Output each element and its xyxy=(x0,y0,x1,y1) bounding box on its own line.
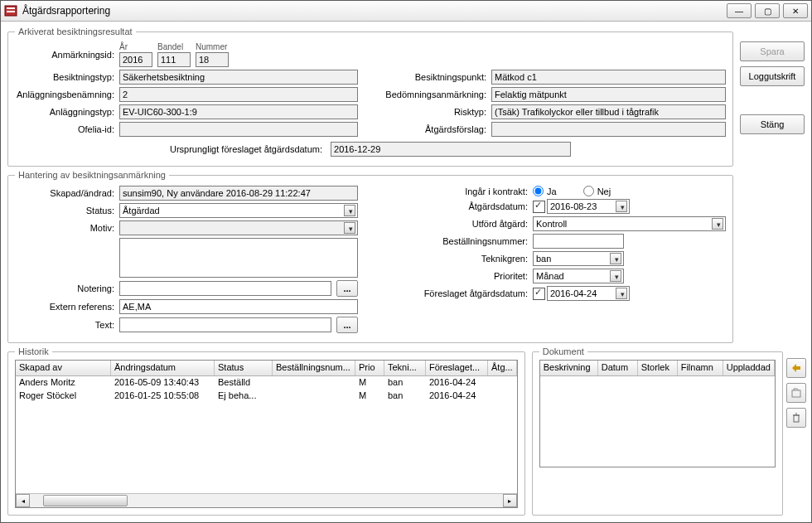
col-datum[interactable]: Datum xyxy=(598,361,638,375)
label-foreslaget-datum: Föreslaget åtgärdsdatum: xyxy=(383,288,528,298)
field-nummer: 18 xyxy=(196,52,229,67)
header-ar: År xyxy=(119,42,152,51)
maximize-button[interactable]: ▢ xyxy=(755,3,780,18)
table-row[interactable]: Anders Moritz 2016-05-09 13:40:43 Bestäl… xyxy=(16,376,517,390)
label-extern-referens: Extern referens: xyxy=(15,302,114,312)
field-besiktningstyp: Säkerhetsbesiktning xyxy=(119,70,358,85)
label-besiktningspunkt: Besiktningspunkt: xyxy=(383,72,486,82)
datepicker-atgardsdatum[interactable]: 2016-08-23 xyxy=(547,199,630,214)
legend-hantering: Hantering av besiktningsanmärkning xyxy=(15,170,169,180)
legend-arkiverat: Arkiverat besiktningsresultat xyxy=(15,27,136,36)
col-atgardat[interactable]: Åtg... xyxy=(488,361,517,375)
log-print-button[interactable]: Loggutskrift xyxy=(740,66,805,86)
col-foreslaget[interactable]: Föreslaget... xyxy=(426,361,488,375)
label-bestallningsnummer: Beställningsnummer: xyxy=(383,236,528,246)
label-atgardsforslag: Åtgärdsförslag: xyxy=(383,124,486,134)
field-atgardsforslag xyxy=(491,122,726,137)
legend-dokument: Dokument xyxy=(539,346,587,356)
checkbox-atgardsdatum[interactable] xyxy=(533,201,545,213)
textarea-motiv[interactable] xyxy=(119,238,358,278)
field-besiktningspunkt: Mätkod c1 xyxy=(491,70,726,85)
input-extern-referens[interactable]: AE,MA xyxy=(119,299,358,314)
label-ingar-kontrakt: Ingår i kontrakt: xyxy=(383,186,528,196)
label-status: Status: xyxy=(15,206,114,215)
field-anlaggningstyp: EV-UIC60-300-1:9 xyxy=(119,104,358,119)
input-bestallningsnummer[interactable] xyxy=(533,234,624,249)
group-historik: Historik Skapad av Ändringsdatum Status … xyxy=(7,346,525,516)
checkbox-foreslaget-datum[interactable] xyxy=(533,288,545,300)
field-anlaggningsbenamning: 2 xyxy=(119,87,358,102)
header-bandel: Bandel xyxy=(157,42,191,51)
col-filnamn[interactable]: Filnamn xyxy=(678,361,723,375)
input-text[interactable] xyxy=(119,317,331,332)
field-skapad-andrad: sunsim90, Ny användare 2016-08-29 11:22:… xyxy=(119,186,358,201)
label-utford-atgard: Utförd åtgärd: xyxy=(383,219,528,229)
svg-rect-1 xyxy=(7,7,15,9)
grid-dokument[interactable]: Beskrivning Datum Storlek Filnamn Upplad… xyxy=(539,360,776,467)
col-teknikgren[interactable]: Tekni... xyxy=(384,361,426,375)
field-bedomningsanmarkning: Felaktig mätpunkt xyxy=(491,87,726,102)
app-window: Åtgärdsrapportering ― ▢ ✕ Arkiverat besi… xyxy=(0,0,812,523)
save-button[interactable]: Spara xyxy=(740,41,805,61)
label-anlaggningstyp: Anläggningstyp: xyxy=(15,107,114,117)
col-uppladdad[interactable]: Uppladdad xyxy=(723,361,775,375)
col-beskrivning[interactable]: Beskrivning xyxy=(540,361,598,375)
label-notering: Notering: xyxy=(15,283,114,293)
window-title: Åtgärdsrapportering xyxy=(22,5,727,17)
field-ursprungligt-datum: 2016-12-29 xyxy=(331,142,571,157)
label-skapad-andrad: Skapad/ändrad: xyxy=(15,188,114,198)
col-prio[interactable]: Prio xyxy=(355,361,384,375)
button-text-dots[interactable]: ... xyxy=(336,317,358,333)
label-teknikgren: Teknikgren: xyxy=(383,254,528,264)
legend-historik: Historik xyxy=(15,346,52,356)
label-anmarkningsid: Anmärkningsid: xyxy=(15,50,114,60)
grid-historik[interactable]: Skapad av Ändringsdatum Status Beställni… xyxy=(15,360,518,508)
field-bandel: 111 xyxy=(157,52,191,67)
field-ar: 2016 xyxy=(119,52,152,67)
label-besiktningstyp: Besiktningstyp: xyxy=(15,72,114,82)
label-ursprungligt-datum: Ursprungligt föreslaget åtgärdsdatum: xyxy=(170,144,326,154)
label-bedomningsanmarkning: Bedömningsanmärkning: xyxy=(383,90,486,99)
button-notering-dots[interactable]: ... xyxy=(336,280,358,297)
select-teknikgren[interactable]: ban xyxy=(533,251,624,266)
select-prioritet[interactable]: Månad xyxy=(533,269,624,283)
group-arkiverat: Arkiverat besiktningsresultat Anmärkning… xyxy=(7,27,733,167)
label-motiv: Motiv: xyxy=(15,223,114,233)
label-risktyp: Risktyp: xyxy=(383,107,486,117)
col-status[interactable]: Status xyxy=(215,361,273,375)
minimize-button[interactable]: ― xyxy=(727,3,752,18)
col-andringsdatum[interactable]: Ändringsdatum xyxy=(111,361,215,375)
input-notering[interactable] xyxy=(119,281,331,296)
col-storlek[interactable]: Storlek xyxy=(638,361,678,375)
titlebar[interactable]: Åtgärdsrapportering ― ▢ ✕ xyxy=(1,1,811,22)
field-ofelia-id xyxy=(119,122,358,137)
radio-kontrakt-nej[interactable]: Nej xyxy=(583,186,611,196)
field-risktyp: (Tsäk) Trafikolyckor eller tillbud i tåg… xyxy=(491,104,726,119)
label-ofelia-id: Ofelia-id: xyxy=(15,124,114,134)
label-text: Text: xyxy=(15,320,114,330)
header-nummer: Nummer xyxy=(196,42,229,51)
label-atgardsdatum: Åtgärdsdatum: xyxy=(383,201,528,211)
select-status[interactable]: Åtgärdad xyxy=(119,203,358,218)
close-window-button[interactable]: ✕ xyxy=(783,3,808,18)
group-hantering: Hantering av besiktningsanmärkning Skapa… xyxy=(7,170,733,343)
col-skapad-av[interactable]: Skapad av xyxy=(16,361,111,375)
scrollbar-horizontal[interactable]: ◂▸ xyxy=(16,493,517,507)
datepicker-foreslaget-datum[interactable]: 2016-04-24 xyxy=(547,286,630,301)
close-button[interactable]: Stäng xyxy=(740,114,805,134)
select-motiv[interactable] xyxy=(119,220,358,235)
select-utford-atgard[interactable]: Kontroll xyxy=(533,216,726,231)
col-bestallningsnummer[interactable]: Beställningsnum... xyxy=(273,361,355,375)
table-row[interactable]: Roger Stöckel 2016-01-25 10:55:08 Ej beh… xyxy=(16,390,517,403)
label-anlaggningsbenamning: Anläggningsbenämning: xyxy=(15,90,114,99)
radio-kontrakt-ja[interactable]: Ja xyxy=(533,186,557,196)
app-icon xyxy=(4,4,17,17)
svg-rect-2 xyxy=(7,11,15,12)
label-prioritet: Prioritet: xyxy=(383,271,528,281)
